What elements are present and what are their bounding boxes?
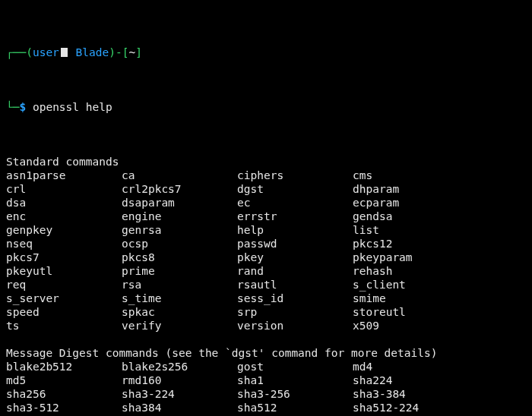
table-row: dsadsaparamececparam <box>6 196 526 210</box>
prompt-path: ~ <box>128 46 135 58</box>
command-name: cms <box>353 169 526 182</box>
command-name: ocsp <box>122 237 237 251</box>
command-name: sha1 <box>237 373 353 387</box>
command-name: sha224 <box>353 373 526 387</box>
command-name: sha512 <box>237 401 353 414</box>
table-row: reqrsarsautls_client <box>6 278 526 292</box>
command-name: rand <box>237 264 353 278</box>
command-name: list <box>353 223 526 237</box>
command-name: blake2b512 <box>6 360 122 373</box>
command-name: nseq <box>6 237 122 251</box>
command-name: rsautl <box>237 278 353 292</box>
command-name: rmd160 <box>122 373 237 387</box>
table-row: pkeyutlprimerandrehash <box>6 264 526 278</box>
command-name: sha512-224 <box>353 401 526 414</box>
command-name: req <box>6 278 122 292</box>
command-name: engine <box>122 210 237 223</box>
command-name: rsa <box>122 278 237 292</box>
prompt-line-1: ┌──(user Blade)-[~] <box>6 46 526 59</box>
prompt-close-paren: ) <box>109 46 116 58</box>
table-row: blake2b512blake2s256gostmd4 <box>6 360 526 373</box>
command-name: pkeyparam <box>353 251 526 264</box>
command-name: s_client <box>353 278 526 292</box>
command-name: errstr <box>237 210 353 223</box>
prompt-lead: └─ <box>6 101 19 113</box>
command-name: sha3-384 <box>353 387 526 401</box>
section-heading: Standard commands <box>6 155 526 169</box>
command-name: genrsa <box>122 223 237 237</box>
table-row: tsverifyversionx509 <box>6 319 526 332</box>
command-name: passwd <box>237 237 353 251</box>
command-name: s_time <box>122 292 237 305</box>
prompt-at-icon <box>61 48 68 57</box>
command-name: x509 <box>353 319 526 332</box>
table-row: s_servers_timesess_idsmime <box>6 292 526 305</box>
prompt-user: user <box>33 46 59 58</box>
blank-line <box>6 332 526 346</box>
command-name: dsa <box>6 196 122 210</box>
table-row: pkcs7pkcs8pkeypkeyparam <box>6 251 526 264</box>
command-name: dsaparam <box>122 196 237 210</box>
command-name: spkac <box>122 305 237 319</box>
command-name: gendsa <box>353 210 526 223</box>
command-name: genpkey <box>6 223 122 237</box>
table-row: crlcrl2pkcs7dgstdhparam <box>6 182 526 196</box>
command-name: sha3-256 <box>237 387 353 401</box>
command-name: md4 <box>353 360 526 373</box>
command-name: asn1parse <box>6 169 122 182</box>
command-name: ts <box>6 319 122 332</box>
command-name: dhparam <box>353 182 526 196</box>
command-name: dgst <box>237 182 353 196</box>
command-name: blake2s256 <box>122 360 237 373</box>
command-name: pkeyutl <box>6 264 122 278</box>
command-name: ciphers <box>237 169 353 182</box>
command-name: crl <box>6 182 122 196</box>
command-name: prime <box>122 264 237 278</box>
command-name: pkcs7 <box>6 251 122 264</box>
command-name: smime <box>353 292 526 305</box>
command-name: crl2pkcs7 <box>122 182 237 196</box>
section-heading: Message Digest commands (see the `dgst' … <box>6 346 526 360</box>
table-row: asn1parsecacipherscms <box>6 169 526 182</box>
command-name: help <box>237 223 353 237</box>
command-name: rehash <box>353 264 526 278</box>
prompt-close-bracket: ] <box>135 46 142 58</box>
command-name: ecparam <box>353 196 526 210</box>
command-text: openssl help <box>33 101 112 113</box>
table-row: speedspkacsrpstoreutl <box>6 305 526 319</box>
prompt-dollar: $ <box>19 101 26 113</box>
table-row: sha3-512sha384sha512sha512-224 <box>6 401 526 414</box>
table-row: sha256sha3-224sha3-256sha3-384 <box>6 387 526 401</box>
command-name: pkey <box>237 251 353 264</box>
command-name: verify <box>122 319 237 332</box>
command-name: s_server <box>6 292 122 305</box>
command-name: pkcs12 <box>353 237 526 251</box>
output-sections: Standard commandsasn1parsecacipherscmscr… <box>6 155 526 416</box>
command-name: ca <box>122 169 237 182</box>
command-name: enc <box>6 210 122 223</box>
table-row: encengineerrstrgendsa <box>6 210 526 223</box>
command-name: srp <box>237 305 353 319</box>
table-row: md5rmd160sha1sha224 <box>6 373 526 387</box>
command-name: ec <box>237 196 353 210</box>
table-row: nseqocsppasswdpkcs12 <box>6 237 526 251</box>
command-name: speed <box>6 305 122 319</box>
command-name: sess_id <box>237 292 353 305</box>
command-name: pkcs8 <box>122 251 237 264</box>
command-name: md5 <box>6 373 122 387</box>
command-name: storeutl <box>353 305 526 319</box>
command-name: sha384 <box>122 401 237 414</box>
command-name: sha256 <box>6 387 122 401</box>
prompt-open-paren: ┌──( <box>6 46 33 58</box>
command-name: sha3-224 <box>122 387 237 401</box>
terminal-output[interactable]: ┌──(user Blade)-[~] └─$ openssl help Sta… <box>0 0 532 416</box>
command-name: gost <box>237 360 353 373</box>
table-row: genpkeygenrsahelplist <box>6 223 526 237</box>
prompt-host: Blade <box>76 46 109 58</box>
prompt-dash: - <box>116 46 122 58</box>
command-name: sha3-512 <box>6 401 122 414</box>
command-name: version <box>237 319 353 332</box>
prompt-line-2: └─$ openssl help <box>6 100 526 114</box>
